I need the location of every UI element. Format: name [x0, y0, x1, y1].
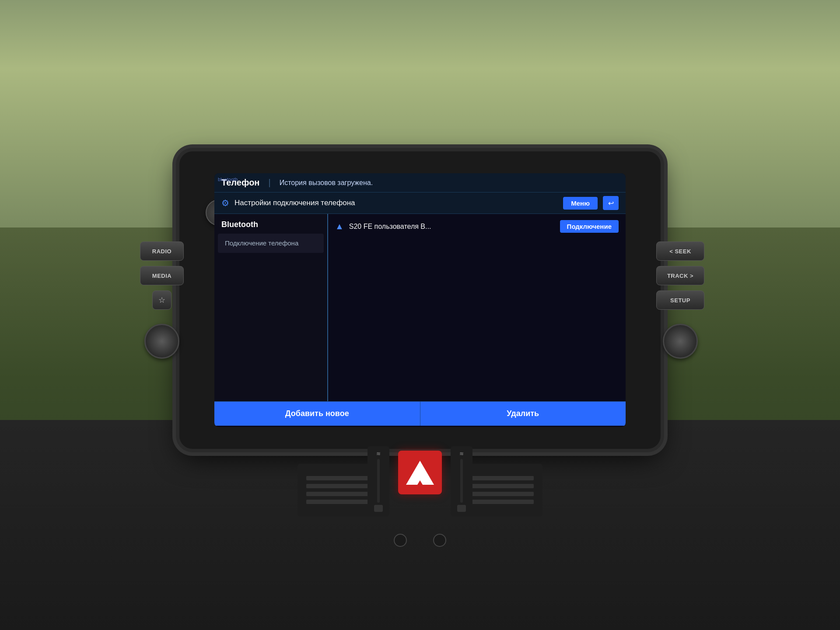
seek-button[interactable]: < SEEK — [656, 242, 704, 261]
delete-button[interactable]: Удалить — [420, 402, 626, 426]
bottom-circle-right — [433, 534, 446, 547]
vent-slat — [464, 484, 534, 488]
add-new-button[interactable]: Добавить новое — [214, 402, 420, 426]
right-vent-control: ≋ — [451, 446, 472, 516]
bottom-actions: Добавить новое Удалить — [214, 401, 626, 426]
header-status: История вызовов загружена. — [280, 179, 619, 187]
menu-button[interactable]: Меню — [563, 197, 598, 210]
left-knob[interactable] — [144, 324, 179, 359]
device-row: ▲ S20 FE пользователя В... Подключение — [335, 220, 619, 233]
right-vent-slats — [464, 476, 534, 504]
vent-slat — [306, 492, 376, 496]
right-knob[interactable] — [663, 324, 698, 359]
track-button[interactable]: TRACK > — [656, 266, 704, 285]
bluetooth-title: Bluetooth — [214, 214, 327, 232]
vent-slat — [464, 500, 534, 504]
bt-corner-label: bluetooth — [218, 177, 238, 182]
dashboard: RADIO MEDIA ☆ ⏻ bluetooth Телефон | Исто… — [0, 0, 840, 630]
left-panel: Bluetooth Подключение телефона — [214, 214, 328, 401]
left-vent-slats — [306, 476, 376, 504]
header-separator: | — [268, 178, 270, 188]
bottom-circle-left — [394, 534, 407, 547]
vent-slat — [306, 476, 376, 480]
content-area: Bluetooth Подключение телефона ▲ S20 FE … — [214, 214, 626, 401]
left-vent-control: ≋ — [368, 446, 389, 516]
vent-slat — [306, 484, 376, 488]
setup-button[interactable]: SETUP — [656, 290, 704, 310]
radio-button[interactable]: RADIO — [140, 242, 184, 261]
back-button[interactable]: ↩ — [603, 196, 619, 210]
vent-slat — [464, 492, 534, 496]
left-controls: RADIO MEDIA ☆ — [140, 242, 184, 359]
vent-slat — [464, 476, 534, 480]
screen: bluetooth Телефон | История вызовов загр… — [214, 173, 626, 427]
infotainment-unit: RADIO MEDIA ☆ ⏻ bluetooth Телефон | Исто… — [179, 151, 661, 449]
phone-connection-item[interactable]: Подключение телефона — [218, 234, 324, 253]
vent-slat — [306, 500, 376, 504]
right-panel: ▲ S20 FE пользователя В... Подключение — [328, 214, 626, 401]
connect-button[interactable]: Подключение — [560, 220, 619, 233]
right-controls: < SEEK TRACK > SETUP — [656, 242, 704, 359]
settings-row: ⚙ Настройки подключения телефона Меню ↩ — [214, 192, 626, 214]
hazard-button[interactable] — [398, 451, 442, 494]
device-icon: ▲ — [335, 221, 344, 231]
settings-label: Настройки подключения телефона — [234, 199, 558, 207]
gear-icon: ⚙ — [221, 198, 229, 208]
favorite-button[interactable]: ☆ — [152, 290, 172, 310]
media-button[interactable]: MEDIA — [140, 266, 184, 285]
device-name: S20 FE пользователя В... — [349, 223, 555, 231]
screen-header: Телефон | История вызовов загружена. — [214, 173, 626, 192]
